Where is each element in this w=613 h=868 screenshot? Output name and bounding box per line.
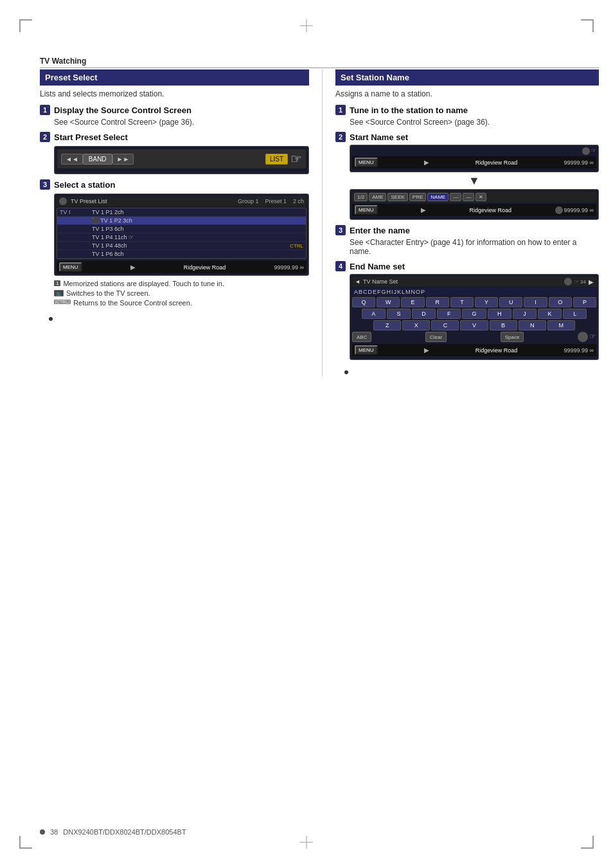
corner-mark-bl <box>19 836 32 849</box>
preset-row-4[interactable]: TV 1 P4 11ch ☞ <box>57 233 306 242</box>
ssn-station-1: Ridgeview Road <box>475 159 518 166</box>
key-K[interactable]: K <box>538 309 562 319</box>
section-label: TV Watching <box>40 57 599 68</box>
ssn-screen2: 1/2 AME SEEK PRE NAME — — ✕ MENU ▶ Ridge… <box>350 189 599 220</box>
set-station-name-title: Set Station Name <box>335 69 599 86</box>
step2-header: 2 Start Preset Select <box>40 132 309 142</box>
preset-row-3[interactable]: TV 1 P3 6ch <box>57 225 306 233</box>
ns-freq: 99999.99 ∞ <box>564 347 594 354</box>
step3-header: 3 Select a station <box>40 179 309 190</box>
key-W[interactable]: W <box>377 297 400 307</box>
key-L[interactable]: L <box>563 309 587 319</box>
ssn-step3-sub: See <Character Entry> (page 41) for info… <box>350 238 599 256</box>
keyboard-row-2: A S D F G H J K L <box>352 309 596 319</box>
key-U[interactable]: U <box>499 297 522 307</box>
bullet-3: [CTRL] Returns to the Source Control scr… <box>54 299 309 307</box>
key-T[interactable]: T <box>450 297 474 307</box>
step2-title: Start Preset Select <box>54 132 128 142</box>
band-button[interactable]: BAND <box>83 154 112 165</box>
key-D[interactable]: D <box>412 309 436 319</box>
step1-title: Display the Source Control Screen <box>54 105 191 115</box>
menu-button[interactable]: MENU <box>59 262 82 272</box>
key-A[interactable]: A <box>362 309 386 319</box>
preset-label: Preset 1 <box>265 198 287 204</box>
clear-button[interactable]: Clear <box>425 332 447 342</box>
corner-mark-tl <box>19 19 32 32</box>
key-V[interactable]: V <box>460 320 488 330</box>
ssn-status-bar-2: MENU ▶ Ridgeview Road 99999.99 ∞ <box>352 204 596 216</box>
ssn-step4-num: 4 <box>335 261 346 271</box>
key-B[interactable]: B <box>490 320 517 330</box>
abc-button[interactable]: ABC <box>352 332 371 342</box>
key-Z[interactable]: Z <box>373 320 401 330</box>
prev-button[interactable]: ◄◄ <box>61 154 83 165</box>
step1-num: 1 <box>40 105 50 115</box>
preset-controls-screen: ◄◄ BAND ►► LIST ☞ <box>54 146 309 174</box>
name-set-screen: ◄ TV Name Set ☞ 34 ▶ ABCDEFGHIJKLMNOP Q … <box>350 274 599 360</box>
key-C[interactable]: C <box>431 320 459 330</box>
group-label: Group 1 <box>238 198 259 204</box>
key-P[interactable]: P <box>573 297 596 307</box>
preset-row-2[interactable]: ⬛ TV 1 P2 3ch <box>57 217 306 225</box>
ssn-step1-num: 1 <box>335 105 346 115</box>
ns-title-bar: ◄ TV Name Set ☞ 34 ▶ <box>352 276 596 287</box>
ch-count: 2 ch <box>293 198 304 204</box>
nav-name[interactable]: NAME <box>427 193 449 201</box>
key-S[interactable]: S <box>387 309 411 319</box>
key-H[interactable]: H <box>488 309 511 319</box>
set-station-name-column: Set Station Name Assigns a name to a sta… <box>323 69 599 376</box>
ssn-step1-header: 1 Tune in to the station to name <box>335 105 599 115</box>
key-M[interactable]: M <box>547 320 575 330</box>
nav-close[interactable]: ✕ <box>475 193 486 201</box>
ns-menu[interactable]: MENU <box>355 345 378 355</box>
key-X[interactable]: X <box>402 320 430 330</box>
ssn-step1-title: Tune in to the station to name <box>350 105 468 115</box>
ssn-menu-2[interactable]: MENU <box>355 205 378 215</box>
preset-row-1[interactable]: TV I TV 1 P1 2ch <box>57 208 306 217</box>
ssn-screen1: ☞ MENU ▶ Ridgeview Road 99999.99 ∞ <box>350 145 599 172</box>
ssn-freq-2: 99999.99 ∞ <box>564 207 594 213</box>
page-footer: 38 DNX9240BT/DDX8024BT/DDX8054BT <box>40 828 186 836</box>
ssn-nav-row: 1/2 AME SEEK PRE NAME — — ✕ <box>352 192 596 203</box>
space-button[interactable]: Space <box>501 332 524 342</box>
station-name: Ridgeview Road <box>184 264 226 271</box>
nav-dash2[interactable]: — <box>463 193 474 201</box>
preset-select-title: Preset Select <box>40 69 309 86</box>
nav-seek[interactable]: SEEK <box>387 193 407 201</box>
key-F[interactable]: F <box>437 309 461 319</box>
key-G[interactable]: G <box>462 309 486 319</box>
nav-pre[interactable]: PRE <box>409 193 426 201</box>
ssn-step4-header: 4 End Name set <box>335 261 599 271</box>
nav-dash1[interactable]: — <box>450 193 461 201</box>
key-J[interactable]: J <box>513 309 537 319</box>
next-button[interactable]: ►► <box>112 154 134 165</box>
main-content: Preset Select Lists and selects memorize… <box>40 69 599 376</box>
key-I[interactable]: I <box>524 297 547 307</box>
bullet-2: 📺 Switches to the TV screen. <box>54 289 309 297</box>
bottom-bullet-right <box>342 366 599 376</box>
crosshair-bottom <box>300 836 313 849</box>
key-R[interactable]: R <box>426 297 449 307</box>
key-Y[interactable]: Y <box>475 297 498 307</box>
ssn-freq-1: 99999.99 ∞ <box>564 159 594 166</box>
key-Q[interactable]: Q <box>352 297 375 307</box>
ns-status-bar: MENU ▶ Ridgeview Road 99999.99 ∞ <box>352 344 596 356</box>
ssn-step2-header: 2 Start Name set <box>335 132 599 142</box>
ns-station: Ridgeview Road <box>475 347 518 354</box>
key-E[interactable]: E <box>401 297 424 307</box>
ssn-step2-num: 2 <box>335 132 346 142</box>
ssn-step1-sub: See <Source Control Screen> (page 36). <box>350 118 599 127</box>
footer-models: DNX9240BT/DDX8024BT/DDX8054BT <box>63 828 186 836</box>
ssn-menu-1[interactable]: MENU <box>355 158 378 167</box>
ssn-step2-title: Start Name set <box>350 132 408 142</box>
bullet-1: 1 Memorized stations are displayed. Touc… <box>54 280 309 287</box>
nav-1-2[interactable]: 1/2 <box>354 193 368 201</box>
corner-mark-br <box>581 836 594 849</box>
preset-row-6[interactable]: TV 1 P6 8ch <box>57 250 306 258</box>
nav-ame[interactable]: AME <box>369 193 386 201</box>
key-N[interactable]: N <box>519 320 546 330</box>
key-O[interactable]: O <box>549 297 572 307</box>
list-button[interactable]: LIST <box>265 154 288 165</box>
preset-row-5[interactable]: TV 1 P4 48ch CTRL <box>57 242 306 250</box>
preset-status-bar: MENU ▶ Ridgeview Road 99999.99 ∞ <box>57 261 306 273</box>
